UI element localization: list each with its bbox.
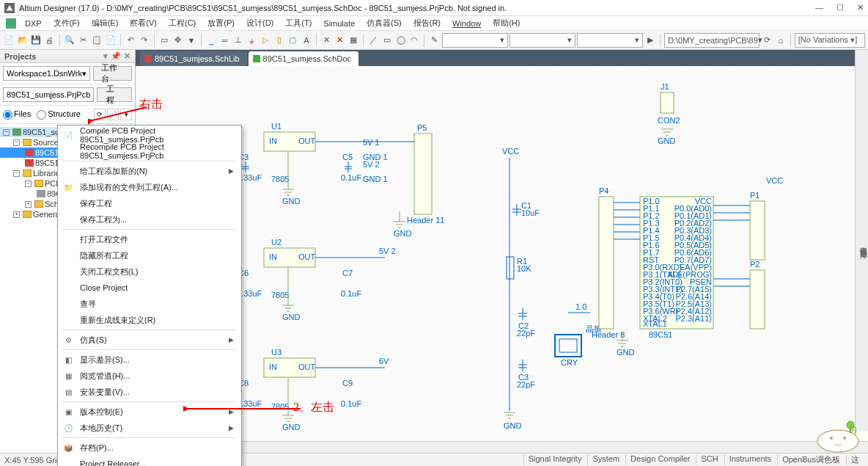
workspace-button[interactable]: 工作台 — [93, 66, 132, 81]
menu-dxp[interactable]: DXP — [21, 18, 46, 29]
svg-text:Header 11: Header 11 — [407, 216, 444, 225]
panel-drop-icon[interactable]: ▾ — [103, 51, 108, 61]
maximize-button[interactable]: ☐ — [836, 3, 844, 12]
panel-add-icon[interactable]: 📄 — [107, 109, 119, 120]
menu-report[interactable]: 报告(R) — [409, 16, 445, 30]
ctx-item-19[interactable]: ▤安装变量(V)... — [59, 384, 240, 400]
ctx-item-22[interactable]: 🕒本地历史(T)▶ — [59, 420, 240, 436]
tb-net-icon[interactable]: ⊥ — [232, 33, 245, 48]
tb-refresh-icon[interactable]: ⟳ — [761, 33, 773, 48]
menu-view[interactable]: 察看(V) — [125, 16, 161, 30]
tb-sheet-icon[interactable]: ▢ — [287, 33, 299, 48]
ctx-item-18[interactable]: ▦阅览管道(H)... — [59, 368, 240, 384]
tb-open-icon[interactable]: 📂 — [17, 33, 29, 48]
ctx-item-17[interactable]: ◧显示差异(S)... — [59, 352, 240, 368]
status-more[interactable]: 这 — [846, 454, 864, 465]
ctx-item-13[interactable]: 重新生成线束定义(R) — [59, 312, 240, 328]
menu-help[interactable]: 帮助(H) — [488, 16, 524, 30]
tab-schlib[interactable]: 89C51_sumjess.SchLib — [140, 51, 247, 66]
status-dc[interactable]: Design Compiler — [625, 454, 694, 465]
tb-cut-icon[interactable]: ✂ — [77, 33, 89, 48]
radio-structure[interactable]: Structure — [37, 109, 81, 120]
tb-undo-icon[interactable]: ↶ — [125, 33, 137, 48]
tb-rect-icon[interactable]: ▭ — [381, 33, 394, 48]
project-button[interactable]: 工程 — [97, 87, 132, 102]
tb-pencil-icon[interactable]: ✎ — [428, 33, 441, 48]
tb-bus-icon[interactable]: ═ — [218, 33, 231, 48]
menu-window[interactable]: Window — [448, 18, 485, 29]
status-sch[interactable]: SCH — [696, 454, 722, 465]
tb-wire-icon[interactable]: ⎯ — [205, 33, 218, 48]
menu-design[interactable]: 设计(D) — [242, 16, 278, 30]
tb-move-icon[interactable]: ✥ — [172, 33, 184, 48]
ctx-item-3[interactable]: 给工程添加新的(N)▶ — [59, 163, 240, 179]
minimize-button[interactable]: — — [815, 3, 823, 12]
tb-filter-icon[interactable]: ▼ — [185, 33, 198, 48]
radio-files[interactable]: Files — [3, 109, 31, 120]
tb-arc-icon[interactable]: ◠ — [408, 33, 421, 48]
tb-combo3[interactable]: ▾ — [577, 33, 643, 48]
tb-zoomfit-icon[interactable]: 🔍 — [64, 33, 76, 48]
ctx-item-11[interactable]: Close Project — [59, 280, 240, 296]
status-openbus[interactable]: OpenBus调色板 — [777, 454, 845, 465]
ctx-item-21[interactable]: ▣版本控制(E)▶ — [59, 404, 240, 420]
ctx-item-10[interactable]: 关闭工程文档(L) — [59, 263, 240, 280]
close-button[interactable]: ✕ — [857, 3, 864, 12]
ctx-item-0[interactable]: 📄Compile PCB Project 89C51_sumjess.PrjPc… — [59, 127, 240, 143]
tb-cross-icon[interactable]: ✕ — [320, 33, 333, 48]
panel-opts-icon[interactable]: ▾ — [120, 109, 132, 120]
tb-print-icon[interactable]: 🖨 — [44, 33, 56, 48]
ctx-item-4[interactable]: 📁添加现有的文件到工程(A)... — [59, 179, 240, 195]
tb-select-icon[interactable]: ▭ — [158, 33, 171, 48]
tb-copy-icon[interactable]: 📋 — [91, 33, 103, 48]
panel-refresh-icon[interactable]: ⟳ — [94, 109, 106, 120]
tb-variations-combo[interactable]: [No Variations ▾] — [795, 33, 865, 48]
menu-edit[interactable]: 编辑(E) — [87, 16, 123, 30]
panel-close-icon[interactable]: ✕ — [124, 51, 130, 61]
menu-file[interactable]: 文件(F) — [49, 16, 84, 30]
tb-new-icon[interactable]: 📄 — [3, 33, 15, 48]
tb-combo2[interactable]: ▾ — [510, 33, 575, 48]
menu-project[interactable]: 工程(C) — [164, 16, 200, 30]
tb-noerc-icon[interactable]: ✕ — [334, 33, 346, 48]
status-system[interactable]: System — [587, 454, 624, 465]
ctx-item-25[interactable]: Project Releaser... — [59, 456, 240, 466]
svg-text:Header 8: Header 8 — [592, 330, 625, 339]
ctx-item-24[interactable]: 📦存档(P)... — [59, 440, 240, 456]
panel-pin-icon[interactable]: 📌 — [111, 51, 121, 61]
tb-redo-icon[interactable]: ↷ — [138, 33, 150, 48]
right-strip[interactable]: 收藏夹 剪贴板 库 — [855, 50, 868, 432]
tb-ellipse-icon[interactable]: ◯ — [394, 33, 407, 48]
svg-rect-128 — [661, 92, 674, 113]
tab-schdoc[interactable]: 89C51_sumjess.SchDoc — [249, 51, 358, 66]
tb-port-icon[interactable]: ▷ — [260, 33, 272, 48]
tb-label-icon[interactable]: A — [301, 33, 313, 48]
status-inst[interactable]: Instruments — [724, 454, 776, 465]
menu-tool[interactable]: 工具(T) — [281, 16, 316, 30]
menu-simulate[interactable]: Simulate — [319, 18, 359, 29]
workspace-combo[interactable]: Workspace1.DsnWrk▾ — [3, 66, 90, 81]
ctx-item-5[interactable]: 保存工程 — [59, 195, 240, 211]
tb-path-combo[interactable]: D:\0MY_creating\PCB\89▾ — [664, 33, 760, 48]
tb-paste-icon[interactable]: 📄 — [104, 33, 117, 48]
tb-line-icon[interactable]: ／ — [367, 33, 380, 48]
menu-place[interactable]: 放置(P) — [203, 16, 239, 30]
ctx-item-15[interactable]: ⚙仿真(S)▶ — [59, 332, 240, 348]
project-combo[interactable]: 89C51_sumjess.PrjPcb — [3, 87, 94, 102]
ctx-item-6[interactable]: 保存工程为... — [59, 211, 240, 227]
tb-part-icon[interactable]: ▯ — [273, 33, 286, 48]
ctx-item-1[interactable]: Recompile PCB Project 89C51_sumjess.PrjP… — [59, 143, 240, 159]
ctx-item-9[interactable]: 隐藏所有工程 — [59, 247, 240, 263]
tb-next-icon[interactable]: ▶ — [644, 33, 657, 48]
tb-home-icon[interactable]: ⌂ — [774, 33, 787, 48]
tb-power-icon[interactable]: ⏚ — [246, 33, 259, 48]
tb-combo1[interactable]: ▾ — [442, 33, 508, 48]
menu-simulator[interactable]: 仿真器(S) — [362, 16, 406, 30]
ctx-item-8[interactable]: 打开工程文件 — [59, 231, 240, 247]
tb-save-icon[interactable]: 💾 — [30, 33, 43, 48]
context-menu[interactable]: 📄Compile PCB Project 89C51_sumjess.PrjPc… — [57, 125, 242, 466]
status-si[interactable]: Signal Integrity — [523, 454, 586, 465]
ctx-item-12[interactable]: 查寻 — [59, 296, 240, 312]
schematic-canvas[interactable]: INOUT INOUT INOUT U1 U2 U3 7805 7805 780… — [136, 66, 868, 441]
tb-array-icon[interactable]: ▦ — [347, 33, 360, 48]
